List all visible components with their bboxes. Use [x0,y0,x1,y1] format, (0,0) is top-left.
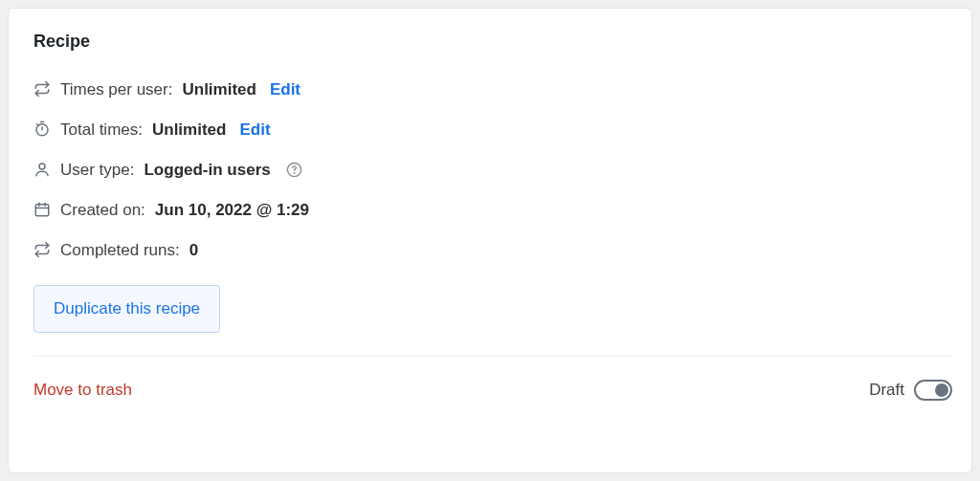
status-toggle[interactable] [914,380,952,401]
svg-rect-4 [35,205,49,216]
recipe-card: Recipe Times per user: Unlimited Edit To… [8,8,972,473]
completed-runs-value: 0 [189,242,198,258]
times-per-user-label: Times per user: [60,81,172,98]
status-wrap: Draft [869,380,952,401]
repeat-icon [33,241,51,258]
help-icon[interactable] [286,161,303,178]
total-times-row: Total times: Unlimited Edit [33,120,952,138]
total-times-label: Total times: [60,121,143,138]
recipe-meta-list: Times per user: Unlimited Edit Total tim… [33,80,952,258]
total-times-value: Unlimited [152,121,226,138]
duplicate-recipe-button[interactable]: Duplicate this recipe [33,285,220,333]
calendar-icon [33,201,51,218]
svg-point-1 [39,164,45,169]
move-to-trash-link[interactable]: Move to trash [33,381,132,400]
card-title: Recipe [33,32,952,52]
times-per-user-value: Unlimited [182,81,256,98]
edit-times-per-user[interactable]: Edit [270,81,301,98]
stopwatch-icon [33,120,51,138]
completed-runs-row: Completed runs: 0 [33,241,952,258]
created-on-value: Jun 10, 2022 @ 1:29 [155,202,309,218]
user-type-value: Logged-in users [144,162,270,178]
user-icon [33,161,51,178]
times-per-user-row: Times per user: Unlimited Edit [33,80,952,98]
card-footer: Move to trash Draft [33,356,952,401]
repeat-icon [33,80,51,98]
user-type-label: User type: [60,162,134,178]
created-on-label: Created on: [60,202,145,218]
svg-point-3 [294,172,295,173]
status-label: Draft [869,381,904,400]
completed-runs-label: Completed runs: [60,242,180,258]
edit-total-times[interactable]: Edit [239,121,270,138]
user-type-row: User type: Logged-in users [33,161,952,178]
created-on-row: Created on: Jun 10, 2022 @ 1:29 [33,201,952,218]
